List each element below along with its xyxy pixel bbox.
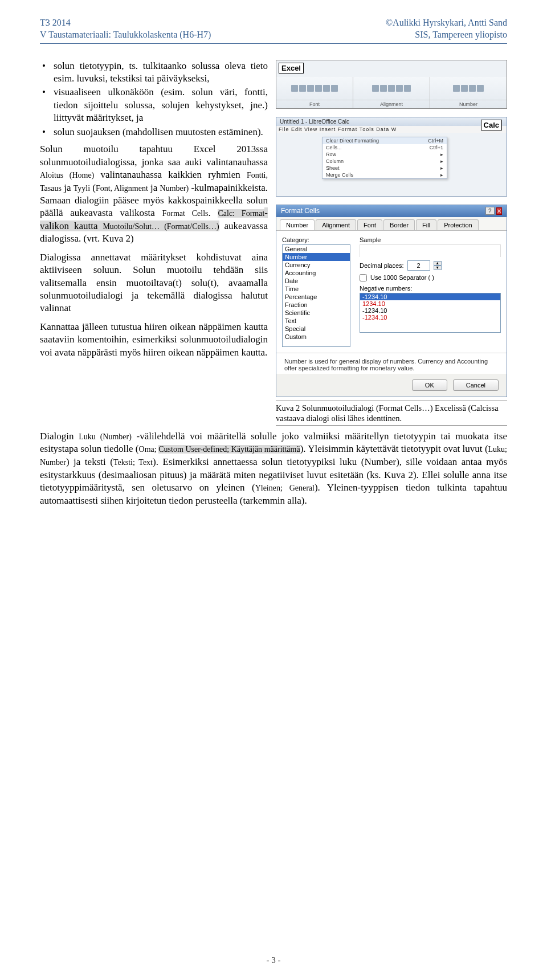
- figure-2-caption: Kuva 2 Solunmuotoiludialogi (Format Cell…: [276, 401, 507, 426]
- category-label: Category:: [282, 236, 350, 243]
- fw-oma: Oma;: [139, 445, 159, 454]
- fullwidth-paragraph: Dialogin Luku (Number) -välilehdellä voi…: [40, 430, 507, 508]
- category-list[interactable]: General Number Currency Accounting Date …: [282, 244, 350, 347]
- cat-date[interactable]: Date: [283, 277, 350, 285]
- right-column: Excel Calibri Font Alignment Number: [276, 60, 507, 426]
- close-icon[interactable]: ✕: [496, 207, 502, 215]
- p1d: (: [90, 182, 96, 193]
- bullet-list: solun tietotyypin, ts. tulkitaanko so­lu…: [40, 60, 268, 139]
- cat-special[interactable]: Special: [283, 325, 350, 333]
- calc-format-menu[interactable]: Clear Direct FormattingCtrl+M Cells...Ct…: [322, 137, 447, 179]
- cat-fraction[interactable]: Fraction: [283, 301, 350, 309]
- neg-label: Negative numbers:: [360, 285, 501, 292]
- p1g: .: [209, 207, 218, 218]
- neg-item-3[interactable]: -1234.10: [360, 307, 500, 314]
- header-right-2: SIS, Tampereen yliopisto: [386, 29, 507, 41]
- decimal-spinner[interactable]: ▲▼: [434, 261, 442, 270]
- bullet-3: solun suojauksen (mahdollisen muutosten …: [40, 126, 268, 138]
- para-3: Kannattaa jälleen tutustua hiiren oikean…: [40, 321, 268, 359]
- calc-title: Untitled 1 - LibreOffice Calc: [276, 117, 507, 126]
- fw-yle: Yleinen; General: [255, 484, 315, 492]
- header-rule: [40, 43, 507, 44]
- ok-button[interactable]: OK: [412, 379, 447, 391]
- fw-d: ) ja teksti (: [66, 456, 113, 467]
- calc-menu-merge[interactable]: Merge Cells: [326, 172, 353, 178]
- header-left-2: V Taustamateriaali: Taulukkolaskenta (H6…: [40, 29, 211, 41]
- p1b: valintanauhassa kaikkien ryh­mien: [94, 169, 247, 180]
- tab-number[interactable]: Number: [280, 219, 315, 230]
- p1c: ja: [62, 182, 74, 193]
- fw-a: Dialogin: [40, 431, 79, 442]
- p1-aloitus: Aloitus (Home): [40, 171, 94, 179]
- neg-item-1[interactable]: -1234.10: [360, 293, 500, 300]
- dialog-tabs: Number Alignment Font Border Fill Protec…: [276, 217, 507, 231]
- help-icon[interactable]: ?: [485, 207, 495, 215]
- neg-item-4[interactable]: -1234.10: [360, 314, 500, 321]
- para-2: Dialogissa annettavat määritykset koh­di…: [40, 251, 268, 315]
- calc-menu-clear[interactable]: Clear Direct Formatting: [326, 138, 379, 144]
- p1-calc: Calc: Format: [218, 209, 264, 218]
- cat-general[interactable]: General: [283, 245, 350, 253]
- fw-c: ). Yleisimmin käytettävät tietotyypit ov…: [300, 443, 488, 454]
- cat-custom[interactable]: Custom: [283, 333, 350, 341]
- ribbon-group-font[interactable]: Font: [276, 77, 353, 108]
- p1a: Solun muotoilu tapahtuu Excel 2013ssa so…: [40, 144, 268, 167]
- cat-currency[interactable]: Currency: [283, 261, 350, 269]
- negative-numbers-list[interactable]: -1234.10 1234.10 -1234.10 -1234.10: [360, 293, 501, 333]
- page-number: - 3 -: [0, 956, 547, 965]
- calc-menu-sheet[interactable]: Sheet: [326, 165, 340, 171]
- header-right-1: ©Aulikki Hyrskykari, Antti Sand: [386, 17, 507, 29]
- cancel-button[interactable]: Cancel: [453, 379, 499, 391]
- dialog-description: Number is used for general display of nu…: [276, 353, 507, 374]
- tab-protection[interactable]: Protection: [438, 219, 479, 230]
- fw-tekst: Teksti; Text: [113, 458, 153, 467]
- fw-cud: Custom User-defined: [158, 445, 227, 454]
- p1e: ja: [148, 182, 160, 193]
- ribbon-font-label: Font: [276, 100, 353, 108]
- excel-label: Excel: [279, 63, 304, 74]
- left-column: solun tietotyypin, ts. tulkitaanko so­lu…: [40, 60, 268, 365]
- calc-menu-clear-key: Ctrl+M: [428, 138, 443, 144]
- p1-ms: Muotoilu/Solut… (Format/Cells…): [103, 222, 219, 231]
- cat-time[interactable]: Time: [283, 285, 350, 293]
- calc-menu-column[interactable]: Column: [326, 158, 344, 164]
- sample-label: Sample: [360, 236, 501, 243]
- ribbon-group-alignment[interactable]: Alignment: [353, 77, 430, 108]
- dialog-titlebar: Format Cells ? ✕: [276, 205, 507, 217]
- p1-fa: Font, Alignment: [96, 184, 148, 193]
- tab-border[interactable]: Border: [383, 219, 415, 230]
- excel-ribbon-screenshot: Excel Calibri Font Alignment Number: [276, 60, 507, 109]
- tab-fill[interactable]: Fill: [416, 219, 436, 230]
- para-1: Solun muotoilu tapahtuu Excel 2013ssa so…: [40, 143, 268, 246]
- sample-box: [360, 244, 501, 257]
- calc-menu-cells-key: Ctrl+1: [430, 145, 443, 150]
- bullet-2: visuaaliseen ulkonäköön (esim. solun vär…: [40, 86, 268, 124]
- ribbon-alignment-label: Alignment: [353, 100, 430, 108]
- decimal-places-input[interactable]: [407, 260, 430, 271]
- ribbon-group-number[interactable]: Number: [430, 77, 507, 108]
- calc-menu-cells[interactable]: Cells...: [326, 145, 342, 150]
- cat-number[interactable]: Number: [283, 253, 350, 261]
- dialog-buttons-min: ? ✕: [485, 207, 502, 215]
- calc-menu-row[interactable]: Row: [326, 152, 336, 157]
- tab-alignment[interactable]: Alignment: [316, 219, 356, 230]
- cat-percentage[interactable]: Percentage: [283, 293, 350, 301]
- bullet-1: solun tietotyypin, ts. tulkitaanko so­lu…: [40, 60, 268, 85]
- cat-accounting[interactable]: Accounting: [283, 269, 350, 277]
- calc-menubar[interactable]: File Edit View Insert Format Tools Data …: [276, 126, 507, 133]
- neg-item-2[interactable]: 1234.10: [360, 300, 500, 307]
- header-left-1: T3 2014: [40, 17, 211, 29]
- fw-semi: ;: [227, 445, 231, 454]
- page-header: T3 2014 V Taustamateriaali: Taulukkolask…: [40, 17, 507, 41]
- cat-text[interactable]: Text: [283, 317, 350, 325]
- calc-screenshot: Calc Untitled 1 - LibreOffice Calc File …: [276, 117, 507, 197]
- p1-tyyli: Tyyli: [74, 184, 90, 193]
- calc-label: Calc: [481, 120, 502, 130]
- tab-font[interactable]: Font: [357, 219, 382, 230]
- thousand-sep-checkbox[interactable]: [360, 274, 367, 281]
- ribbon-number-label: Number: [430, 100, 507, 108]
- dialog-title-text: Format Cells: [281, 207, 320, 215]
- decimal-places-label: Decimal places:: [360, 262, 404, 269]
- p1-fc: Format Cells: [162, 209, 208, 218]
- cat-scientific[interactable]: Scientific: [283, 309, 350, 317]
